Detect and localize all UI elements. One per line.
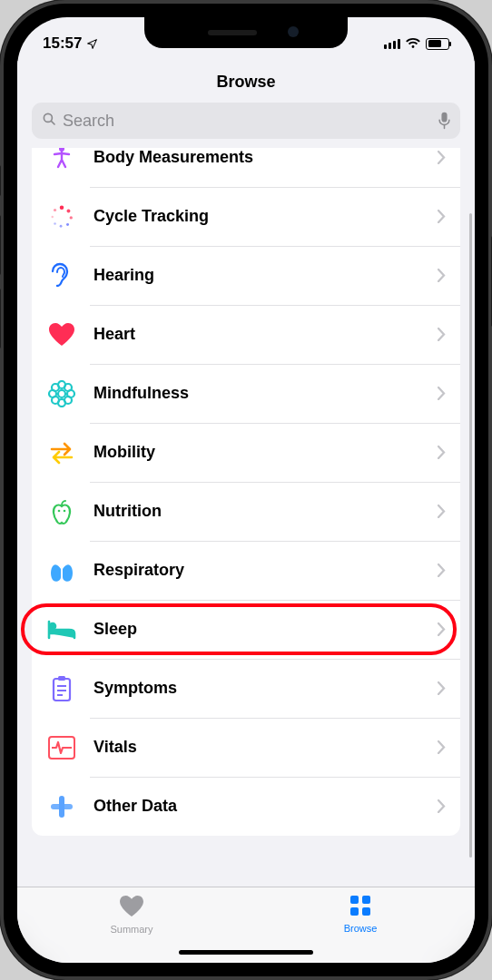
lungs-icon [46,555,77,586]
notch [144,17,348,48]
chevron-right-icon [438,446,446,459]
tab-label: Browse [344,923,378,934]
svg-point-10 [54,222,56,225]
battery-icon [426,38,449,50]
scroll-indicator[interactable] [469,213,472,858]
chevron-right-icon [438,328,446,341]
svg-point-9 [60,224,63,227]
list-item-sleep[interactable]: Sleep [32,600,460,659]
list-item-label: Sleep [93,620,438,639]
svg-rect-26 [58,676,65,681]
grid-icon [349,895,371,920]
svg-point-6 [67,209,71,212]
search-input[interactable]: Search [32,103,460,139]
chevron-right-icon [438,799,446,813]
svg-rect-24 [49,630,74,634]
cellular-signal-icon [384,38,400,49]
person-arms-icon [46,148,77,173]
list-item-label: Other Data [93,797,438,816]
chevron-right-icon [438,210,446,223]
tab-label: Summary [110,924,153,935]
chevron-right-icon [438,387,446,400]
screen: 15:57 Browse Search [17,17,475,963]
list-item-respiratory[interactable]: Respiratory [32,541,460,600]
svg-rect-33 [350,896,359,904]
flower-icon [46,378,77,409]
svg-line-1 [51,121,54,124]
list-item-label: Cycle Tracking [93,207,438,226]
list-item-label: Mindfulness [93,384,438,403]
page-title: Browse [17,61,475,103]
list-item-label: Mobility [93,443,438,462]
list-item-symptoms[interactable]: Symptoms [32,659,460,718]
list-item-label: Heart [93,325,438,344]
svg-rect-2 [441,113,447,122]
chevron-right-icon [438,151,446,164]
list-item-label: Hearing [93,266,438,285]
chevron-right-icon [438,681,446,695]
svg-point-20 [52,397,59,404]
svg-point-18 [52,384,59,391]
search-placeholder: Search [63,112,438,131]
page-title-text: Browse [216,73,275,92]
svg-point-7 [70,216,73,219]
device-frame: 15:57 Browse Search [0,0,492,980]
home-indicator[interactable] [179,950,313,955]
wifi-icon [405,34,421,53]
svg-point-13 [58,390,65,397]
svg-point-22 [58,509,61,512]
list-item-cycle-tracking[interactable]: Cycle Tracking [32,187,460,246]
chevron-right-icon [438,622,446,636]
tab-summary[interactable]: Summary [17,895,246,935]
heart-icon [46,319,77,350]
svg-rect-32 [51,804,73,809]
svg-point-11 [52,215,54,217]
volume-up [0,215,1,275]
location-services-icon [86,38,98,50]
bed-icon [46,614,77,645]
list-item-label: Nutrition [93,502,438,521]
list-item-other-data[interactable]: Other Data [32,777,460,836]
apple-icon [46,496,77,527]
list-item-label: Body Measurements [93,148,438,167]
list-item-body-measurements[interactable]: Body Measurements [32,148,460,187]
svg-rect-35 [350,907,359,916]
clipboard-icon [46,673,77,704]
cycle-dots-icon [46,201,77,232]
arrows-icon [46,437,77,468]
svg-point-21 [64,397,72,404]
svg-point-19 [64,384,72,391]
categories-list: Body Measurements [32,148,460,836]
ecg-icon [46,732,77,763]
svg-point-8 [66,222,69,225]
plus-icon [46,791,77,822]
svg-point-5 [60,205,64,209]
list-item-hearing[interactable]: Hearing [32,246,460,305]
list-item-label: Symptoms [93,679,438,698]
list-item-heart[interactable]: Heart [32,305,460,364]
list-item-nutrition[interactable]: Nutrition [32,482,460,541]
ear-icon [46,260,77,291]
svg-point-23 [64,509,66,512]
mute-switch [0,165,1,196]
tab-browse[interactable]: Browse [246,895,475,934]
svg-point-12 [54,208,56,211]
volume-down [0,289,1,348]
content-scroll[interactable]: Body Measurements [17,148,475,887]
svg-rect-34 [362,896,370,904]
search-icon [41,111,57,131]
heart-fill-icon [119,895,144,921]
status-time: 15:57 [43,34,82,53]
mic-icon[interactable] [438,112,451,130]
chevron-right-icon [438,564,446,577]
list-item-mobility[interactable]: Mobility [32,423,460,482]
chevron-right-icon [438,740,446,754]
list-item-label: Vitals [93,738,438,757]
list-item-vitals[interactable]: Vitals [32,718,460,777]
chevron-right-icon [438,269,446,282]
svg-rect-36 [362,907,370,916]
list-item-mindfulness[interactable]: Mindfulness [32,364,460,423]
chevron-right-icon [438,505,446,518]
list-item-label: Respiratory [93,561,438,580]
search-container: Search [17,103,475,148]
